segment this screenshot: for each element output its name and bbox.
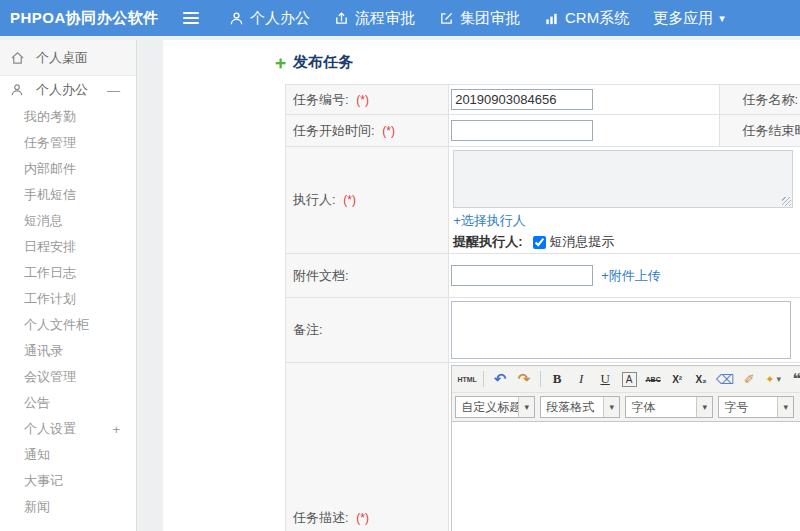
required-mark: (*) [356,511,369,525]
sidebar-item-short-message[interactable]: 短消息 [0,208,136,234]
sidebar-item-schedule[interactable]: 日程安排 [0,234,136,260]
resize-handle-icon[interactable] [782,197,791,206]
sidebar-item-mobile-sms[interactable]: 手机短信 [0,182,136,208]
sidebar-item-personal-settings[interactable]: 个人设置 + [0,416,136,442]
app-header: PHPOA协同办公软件 个人办公 流程审批 集团审批 [0,0,800,36]
nav-personal-office[interactable]: 个人办公 [229,9,310,28]
sidebar-item-label: 工作计划 [24,290,76,308]
sidebar-item-work-plan[interactable]: 工作计划 [0,286,136,312]
strikethrough-button[interactable]: ABC [642,369,664,389]
end-time-label: 任务结束时间: [742,123,800,138]
attachment-upload-link[interactable]: +附件上传 [601,267,661,285]
expand-icon[interactable]: + [112,422,120,437]
sidebar-item-news[interactable]: 新闻 [0,494,136,520]
undo-button[interactable]: ↶ [489,369,511,389]
main-content: + 发布任务 任务编号: (*) 任务名称: (*) 任务 [163,40,800,531]
superscript-button[interactable]: X² [666,369,688,389]
caret-down-icon: ▾ [777,397,793,417]
magic-wand-icon: ✦ [765,373,774,386]
nav-workflow-approval[interactable]: 流程审批 [334,9,415,28]
caret-down-icon: ▾ [777,374,782,384]
nav-label: 流程审批 [355,9,415,28]
sidebar-item-contacts[interactable]: 通讯录 [0,338,136,364]
remark-textarea[interactable] [451,301,791,359]
app-window: PHPOA协同办公软件 个人办公 流程审批 集团审批 [0,0,800,531]
nav-label: 集团审批 [460,9,520,28]
sidebar-item-label: 任务管理 [24,134,76,152]
home-icon [10,50,25,65]
app-logo: PHPOA协同办公软件 [0,9,183,28]
required-mark: (*) [356,93,369,107]
sidebar-item-label: 个人桌面 [36,49,88,67]
sidebar-item-label: 工作日志 [24,264,76,282]
html-source-button[interactable]: HTML [456,369,478,389]
heading-select[interactable]: 自定义标题▾ [455,396,535,418]
redo-button[interactable]: ↷ [513,369,535,389]
editor-content-area[interactable] [452,422,800,531]
sidebar-item-personal-files[interactable]: 个人文件柜 [0,312,136,338]
description-label: 任务描述: [293,510,349,525]
editor-toolbar-row1: HTML ↶ ↷ B I U A ABC X² X₂ ⌫ [452,366,800,393]
subscript-button[interactable]: X₂ [690,369,712,389]
sidebar-item-label: 个人设置 [24,420,76,438]
format-brush-button[interactable]: ✐ [738,369,760,389]
form-row-executor: 执行人: (*) +选择执行人 提醒执行人: 短消息提示 [286,147,800,254]
user-icon [229,11,244,26]
task-number-input[interactable] [451,89,593,110]
sidebar-item-my-attendance[interactable]: 我的考勤 [0,104,136,130]
nav-more-apps[interactable]: 更多应用 ▾ [653,9,725,28]
start-time-input[interactable] [451,120,593,141]
sidebar-item-label: 个人文件柜 [24,316,89,334]
collapse-icon[interactable]: — [107,83,120,98]
required-mark: (*) [343,193,356,207]
choose-executor-link[interactable]: +选择执行人 [453,213,526,228]
attachment-input[interactable] [451,265,593,286]
sidebar-item-personal-desktop[interactable]: 个人桌面 [0,40,136,76]
font-family-select[interactable]: 字体▾ [625,396,713,418]
edit-square-icon [439,11,454,26]
sidebar-item-announcement[interactable]: 公告 [0,390,136,416]
font-size-select[interactable]: 字号▾ [718,396,794,418]
user-icon [10,83,24,97]
sidebar-item-meeting-management[interactable]: 会议管理 [0,364,136,390]
menu-toggle-icon[interactable] [183,10,203,26]
sidebar-item-notifications[interactable]: 通知 [0,442,136,468]
nav-group-approval[interactable]: 集团审批 [439,9,520,28]
remind-executor-label: 提醒执行人: [453,233,522,251]
blockquote-button[interactable]: ❝ [786,369,800,389]
task-name-label: 任务名称: [742,92,798,107]
font-style-button[interactable]: A [618,369,640,389]
publish-task-form: 任务编号: (*) 任务名称: (*) 任务开始时间: (*) [285,84,800,531]
italic-button[interactable]: I [570,369,592,389]
start-time-label: 任务开始时间: [293,123,375,138]
editor-toolbar-row2: 自定义标题▾ 段落格式▾ 字体▾ 字号▾ [452,393,800,422]
sidebar-item-personal-office[interactable]: 个人办公 — [0,76,136,104]
sms-prompt-checkbox[interactable] [533,236,546,249]
sms-prompt-label: 短消息提示 [550,233,615,251]
sidebar-item-work-log[interactable]: 工作日志 [0,260,136,286]
rich-text-editor: HTML ↶ ↷ B I U A ABC X² X₂ ⌫ [451,365,800,531]
form-row-remark: 备注: [286,298,800,363]
caret-down-icon: ▾ [518,397,534,417]
sidebar-item-label: 新闻 [24,498,50,516]
paragraph-select-value: 段落格式 [541,399,603,416]
underline-button[interactable]: U [594,369,616,389]
page-title-text: 发布任务 [293,53,353,72]
bold-button[interactable]: B [546,369,568,389]
sidebar-item-label: 日程安排 [24,238,76,256]
remark-label: 备注: [293,322,323,337]
sidebar-item-internal-mail[interactable]: 内部邮件 [0,156,136,182]
remove-format-button[interactable]: ⌫ [714,369,736,389]
heading-select-value: 自定义标题 [456,399,518,416]
paragraph-format-select[interactable]: 段落格式▾ [540,396,620,418]
sidebar-item-major-events[interactable]: 大事记 [0,468,136,494]
sidebar-item-task-management[interactable]: 任务管理 [0,130,136,156]
executor-textarea[interactable] [453,150,793,208]
quick-format-button[interactable]: ✦▾ [762,369,784,389]
add-icon: + [275,53,286,72]
sidebar-item-label: 内部邮件 [24,160,76,178]
sidebar-item-label: 会议管理 [24,368,76,386]
toolbar-separator [540,371,541,387]
executor-label: 执行人: [293,192,336,207]
nav-crm-system[interactable]: CRM系统 [544,9,629,28]
